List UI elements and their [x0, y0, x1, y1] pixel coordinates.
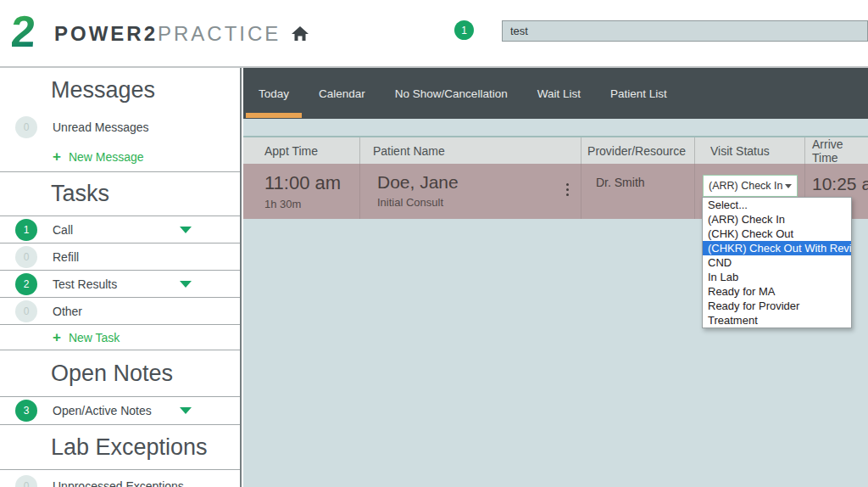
schedule-tabbar: Today Calendar No Show/Cancellation Wait… — [243, 68, 868, 119]
schedule-content: Appt Time Patient Name Provider/Resource… — [243, 119, 868, 487]
tab-today[interactable]: Today — [246, 68, 302, 119]
appt-duration: 1h 30m — [264, 198, 359, 210]
visit-status-select[interactable]: (ARR) Check In — [703, 175, 798, 197]
plus-icon: + — [53, 148, 61, 165]
visit-type: Initial Consult — [377, 196, 581, 209]
brand-name-light: PRACTICE — [158, 22, 281, 46]
open-notes-count-badge: 3 — [15, 400, 37, 422]
select-arrow-icon — [785, 184, 792, 188]
chevron-down-icon[interactable] — [180, 227, 192, 233]
other-count-badge: 0 — [15, 300, 37, 322]
row-kebab-menu-icon[interactable] — [566, 182, 569, 197]
provider-value: Dr. Smith — [596, 176, 645, 189]
dropdown-option-chk-check-out[interactable]: (CHK) Check Out — [703, 227, 851, 241]
dropdown-option-in-lab[interactable]: In Lab — [703, 270, 851, 284]
column-header-provider-resource[interactable]: Provider/Resource — [581, 137, 694, 164]
arrive-time-value: 10:25 am — [812, 174, 868, 193]
sidebar-item-unread-messages[interactable]: 0 Unread Messages — [0, 112, 240, 143]
plus-icon: + — [53, 329, 61, 346]
appt-time-value: 11:00 am — [264, 172, 359, 194]
logo-swoosh-icon: 2 — [12, 8, 46, 59]
unprocessed-count-badge: 0 — [15, 475, 37, 487]
dropdown-option-arr-check-in[interactable]: (ARR) Check In — [703, 212, 851, 227]
unread-count-badge: 0 — [15, 116, 37, 138]
new-message-label: New Message — [69, 150, 144, 164]
tasks-section-heading: Tasks — [0, 171, 240, 216]
app-window: 2 POWER2 PRACTICE 1 Messages 0 Unread Me… — [0, 0, 868, 487]
visit-status-dropdown-list: Select... (ARR) Check In (CHK) Check Out… — [702, 197, 852, 328]
sidebar-item-call[interactable]: 1 Call — [0, 216, 240, 243]
appointments-table-header: Appt Time Patient Name Provider/Resource… — [243, 136, 868, 164]
chevron-down-icon[interactable] — [180, 281, 192, 288]
sidebar-item-test-results[interactable]: 2 Test Results — [0, 270, 240, 297]
sidebar: Messages 0 Unread Messages + New Message… — [0, 68, 242, 487]
column-header-appt-time[interactable]: Appt Time — [243, 137, 359, 164]
brand-logo: 2 POWER2 PRACTICE — [12, 8, 309, 59]
sidebar-item-label: Unread Messages — [53, 120, 149, 134]
tab-wait-list[interactable]: Wait List — [525, 68, 593, 119]
open-notes-section-heading: Open Notes — [0, 350, 240, 396]
dropdown-option-chkr-check-out-with-review[interactable]: (CHKR) Check Out With Review — [703, 241, 851, 255]
dropdown-option-ready-for-provider[interactable]: Ready for Provider — [703, 299, 851, 313]
sidebar-item-label: Other — [53, 305, 82, 318]
provider-cell: Dr. Smith — [581, 164, 694, 219]
column-header-arrive-time[interactable]: Arrive Time — [804, 137, 868, 164]
tab-no-show-cancellation[interactable]: No Show/Cancellation — [382, 68, 520, 119]
dropdown-option-treatment[interactable]: Treatment — [703, 313, 851, 327]
sidebar-item-label: Open/Active Notes — [53, 404, 152, 417]
appt-time-cell: 11:00 am 1h 30m — [243, 164, 359, 219]
dropdown-option-cnd[interactable]: CND — [703, 255, 851, 270]
brand-name: POWER2 PRACTICE — [54, 22, 281, 46]
sidebar-item-other[interactable]: 0 Other — [0, 297, 240, 324]
app-header: 2 POWER2 PRACTICE 1 — [0, 0, 868, 68]
dropdown-option-select[interactable]: Select... — [703, 198, 851, 212]
lab-exceptions-section-heading: Lab Exceptions — [0, 424, 240, 469]
sidebar-item-label: Call — [53, 223, 73, 237]
chevron-down-icon[interactable] — [180, 407, 192, 414]
sidebar-item-unprocessed-exceptions[interactable]: 0 Unprocessed Exceptions — [0, 469, 240, 487]
test-results-count-badge: 2 — [15, 273, 37, 295]
tab-patient-list[interactable]: Patient List — [598, 68, 680, 119]
svg-text:2: 2 — [12, 8, 37, 56]
home-icon[interactable] — [291, 25, 309, 43]
new-task-label: New Task — [69, 331, 120, 344]
column-header-patient-name[interactable]: Patient Name — [359, 137, 581, 164]
visit-status-selected-value: (ARR) Check In — [709, 180, 783, 192]
call-count-badge: 1 — [15, 219, 37, 241]
messages-section-heading: Messages — [0, 68, 240, 112]
brand-name-bold: POWER2 — [54, 22, 158, 46]
new-task-button[interactable]: + New Task — [0, 324, 240, 350]
sidebar-item-open-active-notes[interactable]: 3 Open/Active Notes — [0, 396, 240, 424]
tab-calendar[interactable]: Calendar — [306, 68, 378, 119]
sidebar-item-label: Refill — [53, 250, 79, 264]
column-header-visit-status[interactable]: Visit Status — [694, 137, 804, 164]
patient-name-value: Doe, Jane — [377, 172, 581, 193]
notification-count-badge: 1 — [454, 20, 474, 40]
new-message-button[interactable]: + New Message — [0, 143, 240, 171]
dropdown-option-ready-for-ma[interactable]: Ready for MA — [703, 284, 851, 299]
main-panel: Today Calendar No Show/Cancellation Wait… — [243, 68, 868, 487]
sidebar-item-label: Unprocessed Exceptions — [53, 479, 184, 487]
sidebar-item-label: Test Results — [53, 277, 117, 291]
patient-name-cell: Doe, Jane Initial Consult — [359, 164, 581, 219]
refill-count-badge: 0 — [15, 246, 37, 268]
search-input[interactable] — [502, 20, 868, 42]
sidebar-item-refill[interactable]: 0 Refill — [0, 243, 240, 270]
